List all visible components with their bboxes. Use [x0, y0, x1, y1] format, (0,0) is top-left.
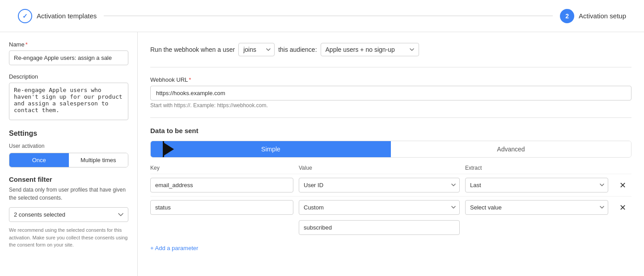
- trigger-middle: this audience:: [278, 46, 317, 53]
- row2-value-select[interactable]: User ID Custom: [299, 200, 460, 215]
- stepper-bar: ✓ Activation templates 2 Activation setu…: [0, 0, 644, 32]
- main-layout: Name* Description Re-engage Apple users …: [0, 32, 644, 276]
- once-button[interactable]: Once: [9, 153, 69, 167]
- step-2-circle: 2: [560, 9, 574, 23]
- consent-note: We recommend using the selected consents…: [9, 226, 128, 249]
- step-connector: [104, 16, 553, 16]
- data-row-2: User ID Custom Select value ✕: [150, 196, 631, 218]
- step-1-label: Activation templates: [37, 12, 97, 20]
- mode-tabs: Simple Advanced: [150, 141, 631, 158]
- webhook-url-label: Webhook URL*: [150, 76, 631, 83]
- data-section-title: Data to be sent: [150, 127, 631, 134]
- consent-filter-section: Consent filter Send data only from user …: [9, 176, 128, 249]
- webhook-url-input[interactable]: [150, 86, 631, 100]
- col-value-header: Value: [299, 165, 460, 171]
- tab-simple[interactable]: Simple: [151, 141, 391, 157]
- trigger-prefix: Run the webhook when a user: [150, 46, 235, 53]
- description-label: Description: [9, 73, 128, 80]
- audience-select[interactable]: Apple users + no sign-up All users: [321, 43, 419, 56]
- name-field-group: Name*: [9, 41, 128, 65]
- data-sub-row-2: [150, 218, 631, 238]
- name-input[interactable]: [9, 50, 128, 65]
- name-label: Name*: [9, 41, 128, 48]
- mode-tabs-wrapper: Simple Advanced: [150, 141, 631, 158]
- user-activation-toggle: Once Multiple times: [9, 153, 128, 167]
- tab-advanced[interactable]: Advanced: [391, 141, 631, 157]
- step-2: 2 Activation setup: [560, 9, 626, 23]
- step-2-number: 2: [565, 13, 569, 20]
- step-2-label: Activation setup: [579, 12, 626, 20]
- consent-filter-desc: Send data only from user profiles that h…: [9, 186, 128, 202]
- row1-extract-select[interactable]: Last First All: [465, 178, 608, 192]
- user-activation-label: User activation: [9, 143, 128, 149]
- description-field-group: Description Re-engage Apple users who ha…: [9, 73, 128, 121]
- arrow-box: [150, 141, 164, 158]
- webhook-url-required: *: [189, 76, 191, 83]
- step-1: ✓ Activation templates: [18, 9, 97, 23]
- content-area: Run the webhook when a user joins leaves…: [138, 32, 644, 276]
- arrow-pointer: [164, 143, 174, 155]
- webhook-url-hint: Start with https://. Example: https://we…: [150, 102, 631, 109]
- step-1-icon: ✓: [22, 13, 28, 20]
- row2-extract-select[interactable]: Select value: [465, 200, 608, 215]
- col-key-header: Key: [150, 165, 293, 171]
- name-required: *: [25, 41, 28, 48]
- row2-delete-button[interactable]: ✕: [614, 203, 631, 213]
- step-1-circle: ✓: [18, 9, 32, 23]
- webhook-trigger-row: Run the webhook when a user joins leaves…: [150, 43, 631, 56]
- col-extract-header: Extract: [465, 165, 608, 171]
- row2-custom-value-input[interactable]: [299, 220, 460, 235]
- consent-filter-title: Consent filter: [9, 176, 128, 183]
- row2-key-input[interactable]: [150, 200, 293, 215]
- divider-2: [150, 117, 631, 118]
- data-table-header: Key Value Extract: [150, 165, 631, 174]
- settings-title: Settings: [9, 130, 128, 138]
- add-parameter-button[interactable]: + Add a parameter: [150, 241, 198, 255]
- row1-delete-button[interactable]: ✕: [614, 180, 631, 190]
- divider-1: [150, 67, 631, 67]
- data-row-1: User ID Custom Last First All ✕: [150, 174, 631, 196]
- description-textarea[interactable]: Re-engage Apple users who haven't sign u…: [9, 83, 128, 120]
- row1-value-select[interactable]: User ID Custom: [299, 178, 460, 192]
- webhook-url-section: Webhook URL* Start with https://. Exampl…: [150, 76, 631, 109]
- multiple-times-button[interactable]: Multiple times: [69, 153, 128, 167]
- row1-key-input[interactable]: [150, 178, 293, 192]
- sidebar: Name* Description Re-engage Apple users …: [0, 32, 138, 276]
- arrow-annotation: [150, 141, 174, 158]
- consents-select[interactable]: 2 consents selected: [9, 207, 128, 222]
- trigger-action-select[interactable]: joins leaves enters: [238, 43, 275, 56]
